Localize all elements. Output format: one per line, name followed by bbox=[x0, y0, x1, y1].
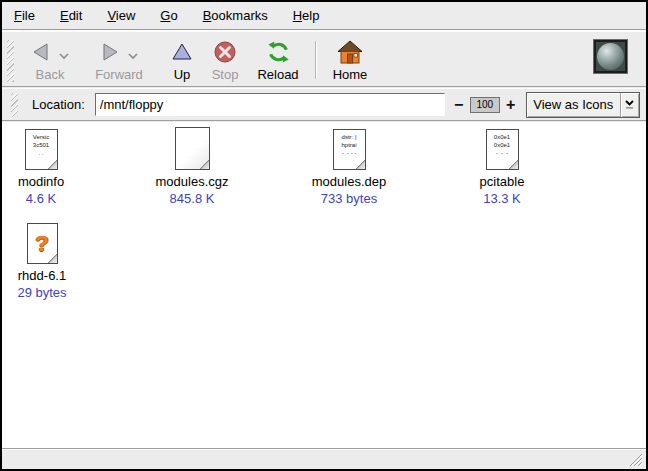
stop-icon bbox=[214, 41, 236, 63]
home-icon bbox=[337, 40, 363, 64]
file-preview-line: Versic bbox=[33, 133, 49, 141]
file-name: modules.dep bbox=[312, 174, 386, 189]
location-bar: Location: − 100 + View as Icons bbox=[2, 88, 646, 121]
view-mode-dropdown[interactable]: View as Icons bbox=[526, 92, 640, 118]
status-bar bbox=[2, 448, 646, 469]
home-button[interactable]: Home bbox=[326, 39, 374, 82]
reload-label: Reload bbox=[257, 67, 298, 82]
file-item-modules-dep[interactable]: dstr: | hptrai - - - - modules.dep 733 b… bbox=[303, 129, 395, 206]
menu-help[interactable]: Help bbox=[291, 5, 322, 26]
menu-edit[interactable]: Edit bbox=[58, 5, 84, 26]
file-preview-line: - - - - bbox=[342, 149, 357, 157]
page-fold bbox=[508, 159, 519, 170]
file-size: 4.6 K bbox=[26, 191, 56, 206]
file-preview-line: hptrai bbox=[341, 141, 356, 149]
location-bar-drag-handle[interactable] bbox=[11, 93, 18, 117]
forward-icon bbox=[100, 42, 120, 62]
dropdown-arrow-icon bbox=[624, 99, 635, 110]
toolbar: Back Forward Up bbox=[2, 31, 646, 87]
toolbar-separator bbox=[315, 41, 316, 79]
up-icon bbox=[172, 43, 192, 61]
location-label: Location: bbox=[32, 97, 85, 112]
zoom-level-indicator[interactable]: 100 bbox=[470, 97, 500, 113]
file-manager-window: File Edit View Go Bookmarks Help Back bbox=[0, 0, 648, 471]
menu-view[interactable]: View bbox=[105, 5, 137, 26]
back-dropdown-chevron-icon[interactable] bbox=[59, 53, 69, 59]
up-button[interactable]: Up bbox=[165, 39, 199, 82]
forward-dropdown-chevron-icon[interactable] bbox=[128, 53, 138, 59]
toolbar-drag-handle[interactable] bbox=[7, 40, 14, 82]
resize-grip-icon[interactable] bbox=[628, 452, 643, 467]
icon-view-pane[interactable]: Versic 3c501 . . modinfo 4.6 K modules.c… bbox=[2, 122, 646, 448]
reload-icon bbox=[266, 40, 291, 64]
forward-label: Forward bbox=[95, 67, 143, 82]
location-input[interactable] bbox=[95, 93, 445, 116]
back-label: Back bbox=[36, 67, 65, 82]
back-icon bbox=[31, 42, 51, 62]
menu-bookmarks[interactable]: Bookmarks bbox=[201, 5, 270, 26]
file-name: rhdd-6.1 bbox=[18, 268, 66, 283]
file-size: 13.3 K bbox=[483, 191, 521, 206]
back-button[interactable]: Back bbox=[21, 39, 79, 82]
file-preview-line: - - - bbox=[496, 149, 509, 157]
up-label: Up bbox=[174, 67, 191, 82]
file-preview-line: dstr: | bbox=[342, 133, 357, 141]
stop-button[interactable]: Stop bbox=[204, 39, 246, 82]
text-file-icon: dstr: | hptrai - - - - bbox=[333, 129, 366, 170]
menu-go[interactable]: Go bbox=[158, 5, 179, 26]
file-preview-line: 3c501 bbox=[33, 141, 49, 149]
file-item-rhdd[interactable]: ? rhdd-6.1 29 bytes bbox=[9, 223, 75, 300]
file-size: 845.8 K bbox=[170, 191, 215, 206]
zoom-in-button[interactable]: + bbox=[505, 96, 517, 114]
zoom-out-button[interactable]: − bbox=[453, 96, 465, 114]
view-mode-arrow[interactable] bbox=[620, 93, 639, 117]
file-preview-line: 0x0e1 bbox=[494, 141, 510, 149]
text-file-icon: 0x0e1 0x0e1 - - - bbox=[486, 129, 519, 170]
file-name: pcitable bbox=[480, 174, 525, 189]
unknown-file-icon: ? bbox=[27, 223, 58, 264]
text-file-icon: Versic 3c501 . . bbox=[25, 129, 58, 170]
file-icon bbox=[175, 127, 210, 170]
file-item-pcitable[interactable]: 0x0e1 0x0e1 - - - pcitable 13.3 K bbox=[459, 129, 545, 206]
file-item-modules-cgz[interactable]: modules.cgz 845.8 K bbox=[148, 127, 236, 206]
forward-button[interactable]: Forward bbox=[85, 39, 153, 82]
file-preview-line: . . bbox=[38, 149, 43, 157]
file-size: 29 bytes bbox=[17, 285, 66, 300]
page-fold bbox=[47, 253, 58, 264]
file-item-modinfo[interactable]: Versic 3c501 . . modinfo 4.6 K bbox=[8, 129, 74, 206]
home-label: Home bbox=[333, 67, 368, 82]
file-size: 733 bytes bbox=[321, 191, 377, 206]
file-name: modules.cgz bbox=[156, 174, 229, 189]
menu-file[interactable]: File bbox=[12, 5, 37, 26]
throbber-icon bbox=[593, 39, 628, 74]
reload-button[interactable]: Reload bbox=[251, 39, 305, 82]
page-fold bbox=[47, 159, 58, 170]
menu-bar: File Edit View Go Bookmarks Help bbox=[2, 2, 646, 30]
page-fold bbox=[355, 159, 366, 170]
file-name: modinfo bbox=[18, 174, 64, 189]
page-fold bbox=[199, 159, 210, 170]
view-mode-label: View as Icons bbox=[527, 97, 620, 112]
file-preview-line: 0x0e1 bbox=[494, 133, 510, 141]
stop-label: Stop bbox=[212, 67, 239, 82]
